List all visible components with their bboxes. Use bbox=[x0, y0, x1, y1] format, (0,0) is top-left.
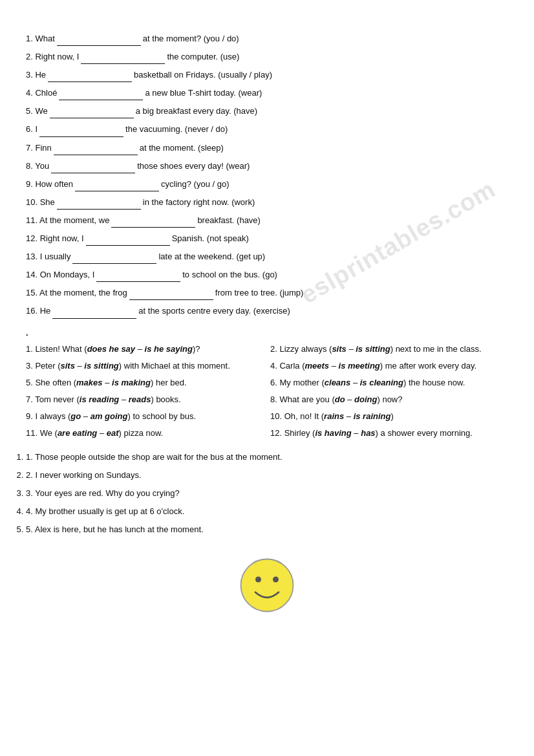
correct-item: 2. I never working on Sundays. bbox=[26, 468, 508, 482]
fill-item: 16. He at the sports centre every day. (… bbox=[26, 303, 508, 318]
fill-item: 11. At the moment, we breakfast. (have) bbox=[26, 213, 508, 228]
item-num: 1. bbox=[26, 34, 33, 43]
fill-blank[interactable] bbox=[96, 267, 180, 282]
item-pre: He bbox=[40, 306, 51, 316]
fill-blank[interactable] bbox=[39, 122, 123, 136]
item-pre: She bbox=[40, 197, 55, 207]
fill-item: 6. I the vacuuming. (never / do) bbox=[26, 122, 508, 136]
fill-blank[interactable] bbox=[57, 31, 141, 46]
fill-item: 9. How often cycling? (you / go) bbox=[26, 177, 508, 191]
fill-blank[interactable] bbox=[50, 103, 134, 118]
fill-item: 10. She in the factory right now. (work) bbox=[26, 195, 508, 210]
fill-item: 4. Chloé a new blue T-shirt today. (wear… bbox=[26, 85, 508, 100]
item-pre: He bbox=[35, 70, 46, 80]
circle-item: 11. We (are eating – eat) pizza now. bbox=[26, 426, 264, 441]
circle-item: 9. I always (go – am going) to school by… bbox=[26, 409, 264, 424]
fill-blank[interactable] bbox=[111, 213, 195, 228]
item-post: to school on the bus. (go) bbox=[182, 270, 277, 279]
section-a-list: 1. What at the moment? (you / do)2. Righ… bbox=[26, 31, 508, 319]
item-pre: You bbox=[35, 161, 49, 171]
circle-item: 7. Tom never (is reading – reads) books. bbox=[26, 392, 264, 407]
item-post: at the moment. (sleep) bbox=[140, 143, 224, 153]
item-num: 12. bbox=[26, 233, 37, 243]
circle-item: 6. My mother (cleans – is cleaning) the … bbox=[270, 375, 508, 391]
item-num: 8. bbox=[26, 161, 33, 171]
fill-blank[interactable] bbox=[57, 195, 141, 210]
circle-item: 2. Lizzy always (sits – is sitting) next… bbox=[270, 341, 508, 357]
fill-blank[interactable] bbox=[59, 85, 143, 100]
section-c: 1. Those people outside the shop are wai… bbox=[26, 450, 508, 537]
fill-item: 2. Right now, I the computer. (use) bbox=[26, 49, 508, 64]
fill-blank[interactable] bbox=[81, 49, 165, 64]
circle-item: 12. Shirley (is having – has) a shower e… bbox=[270, 426, 508, 441]
item-num: 14. bbox=[26, 270, 37, 279]
item-pre: We bbox=[35, 106, 47, 116]
correct-item: 3. Your eyes are red. Why do you crying? bbox=[26, 486, 508, 501]
fill-blank[interactable] bbox=[72, 249, 156, 264]
circle-item: 8. What are you (do – doing) now? bbox=[270, 392, 508, 407]
section-c-list: 1. Those people outside the shop are wai… bbox=[26, 450, 508, 537]
item-post: basketball on Fridays. (usually / play) bbox=[134, 70, 272, 80]
item-num: 3. bbox=[26, 70, 33, 80]
item-num: 2. bbox=[26, 52, 33, 61]
item-post: in the factory right now. (work) bbox=[143, 197, 255, 207]
section-b-label: . bbox=[26, 328, 508, 338]
fill-item: 3. He basketball on Fridays. (usually / … bbox=[26, 67, 508, 82]
item-pre: Right now, I bbox=[40, 233, 84, 243]
item-num: 13. bbox=[26, 252, 37, 261]
item-pre: How often bbox=[35, 179, 73, 189]
item-post: late at the weekend. (get up) bbox=[158, 252, 265, 261]
fill-item: 1. What at the moment? (you / do) bbox=[26, 31, 508, 46]
item-pre: On Mondays, I bbox=[40, 270, 95, 279]
svg-point-0 bbox=[241, 559, 294, 612]
section-a: 1. What at the moment? (you / do)2. Righ… bbox=[26, 31, 508, 319]
fill-blank[interactable] bbox=[52, 303, 136, 318]
fill-item: 8. You those shoes every day! (wear) bbox=[26, 158, 508, 173]
circle-item: 4. Carla (meets – is meeting) me after w… bbox=[270, 358, 508, 374]
fill-blank[interactable] bbox=[54, 140, 138, 155]
fill-blank[interactable] bbox=[51, 158, 135, 173]
fill-blank[interactable] bbox=[48, 67, 132, 82]
correct-item: 1. Those people outside the shop are wai… bbox=[26, 450, 508, 464]
fill-item: 13. I usually late at the weekend. (get … bbox=[26, 249, 508, 264]
item-post: at the moment? (you / do) bbox=[143, 34, 239, 43]
item-num: 9. bbox=[26, 179, 33, 189]
svg-point-1 bbox=[255, 577, 261, 583]
section-b-grid: 1. Listen! What (does he say – is he say… bbox=[26, 341, 508, 441]
item-pre: Chloé bbox=[35, 88, 57, 98]
item-num: 16. bbox=[26, 306, 37, 316]
item-post: a big breakfast every day. (have) bbox=[136, 106, 257, 116]
item-num: 11. bbox=[26, 215, 37, 225]
fill-blank[interactable] bbox=[129, 285, 213, 300]
item-pre: At the moment, the frog bbox=[39, 288, 127, 297]
item-num: 15. bbox=[26, 288, 37, 297]
svg-point-2 bbox=[273, 577, 279, 583]
item-post: from tree to tree. (jump) bbox=[215, 288, 304, 297]
item-post: the computer. (use) bbox=[167, 52, 239, 61]
fill-item: 5. We a big breakfast every day. (have) bbox=[26, 103, 508, 118]
section-b: . 1. Listen! What (does he say – is he s… bbox=[26, 328, 508, 441]
item-post: breakfast. (have) bbox=[197, 215, 261, 225]
item-num: 4. bbox=[26, 88, 33, 98]
correct-item: 5. Alex is here, but he has lunch at the… bbox=[26, 523, 508, 537]
item-post: Spanish. (not speak) bbox=[172, 233, 249, 243]
fill-item: 14. On Mondays, I to school on the bus. … bbox=[26, 267, 508, 282]
fill-item: 15. At the moment, the frog from tree to… bbox=[26, 285, 508, 300]
item-post: at the sports centre every day. (exercis… bbox=[138, 306, 290, 316]
circle-item: 5. She often (makes – is making) her bed… bbox=[26, 375, 264, 391]
fill-blank[interactable] bbox=[86, 231, 170, 246]
item-num: 5. bbox=[26, 106, 33, 116]
circle-item: 1. Listen! What (does he say – is he say… bbox=[26, 341, 264, 357]
item-num: 7. bbox=[26, 143, 33, 153]
circle-item: 3. Peter (sits – is sitting) with Michae… bbox=[26, 358, 264, 374]
fill-item: 7. Finn at the moment. (sleep) bbox=[26, 140, 508, 155]
item-pre: At the moment, we bbox=[39, 215, 109, 225]
item-num: 6. bbox=[26, 124, 33, 134]
item-pre: Right now, I bbox=[35, 52, 79, 61]
correct-item: 4. My brother usually is get up at 6 o'c… bbox=[26, 504, 508, 519]
item-num: 10. bbox=[26, 197, 37, 207]
fill-blank[interactable] bbox=[75, 177, 159, 191]
circle-item: 10. Oh, no! It (rains – is raining) bbox=[270, 409, 508, 424]
fill-item: 12. Right now, I Spanish. (not speak) bbox=[26, 231, 508, 246]
item-pre: Finn bbox=[35, 143, 51, 153]
